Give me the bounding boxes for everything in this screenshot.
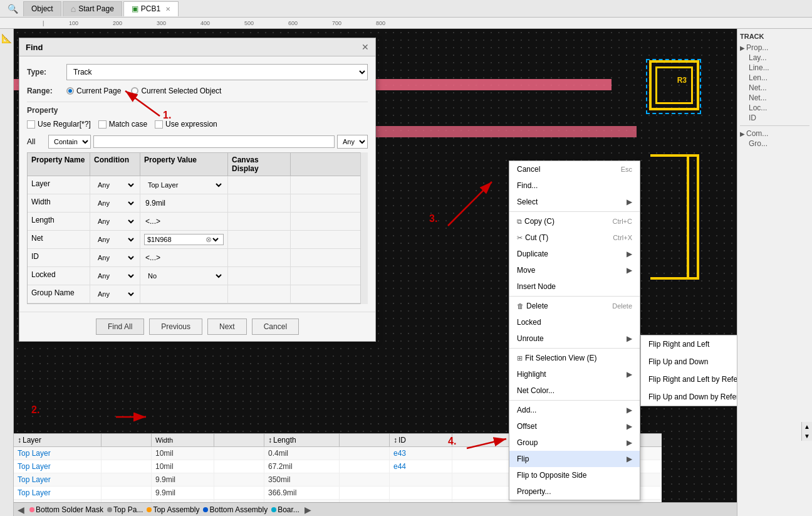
len-item[interactable]: Len... [740, 73, 809, 83]
ctx-add[interactable]: Add... ▶ [509, 402, 640, 418]
use-regular-check[interactable]: Use Regular[*?] [27, 120, 91, 129]
flip-ud-label: Flip Up and Down [648, 357, 708, 366]
tab-start-page-label: Start Page [78, 4, 114, 13]
ctx-insert-node[interactable]: Insert Node [509, 278, 640, 295]
range-current-selected[interactable]: Current Selected Object [131, 87, 221, 95]
layer-bottom-assembly[interactable]: Bottom Assembly [203, 505, 268, 514]
tab-pcb1[interactable]: ▣ PCB1 ✕ [123, 1, 179, 16]
net-value: $1N968 [147, 236, 206, 243]
cond-select-width[interactable]: Any [94, 197, 136, 209]
ctx-copy[interactable]: ⧉Copy (C) Ctrl+C [509, 213, 640, 229]
ctx-locked[interactable]: Locked [509, 314, 640, 330]
ctx-cancel[interactable]: Cancel Esc [509, 161, 640, 177]
net1-item[interactable]: Net... [740, 83, 809, 93]
ctx-move[interactable]: Move ▶ [509, 262, 640, 278]
id-item[interactable]: ID [740, 113, 809, 123]
prop-val-net[interactable]: $1N968 ⊗ [140, 231, 228, 248]
prop-item[interactable]: Prop... [746, 43, 768, 53]
flip-right-left[interactable]: Flip Right and Left X [641, 335, 737, 353]
tab-start-page[interactable]: ⌂ Start Page [63, 1, 122, 16]
find-all-btn[interactable]: Find All [96, 319, 144, 335]
filter-input[interactable] [93, 135, 335, 148]
val-select-locked[interactable]: No [144, 270, 224, 282]
ctx-net-color[interactable]: Net Color... [509, 382, 640, 399]
panel-scroll-up[interactable]: ▲ [802, 422, 812, 431]
cancel-dialog-btn[interactable]: Cancel [252, 319, 299, 335]
cond-select-net[interactable]: Any [94, 234, 136, 245]
dialog-close-btn[interactable]: ✕ [362, 42, 369, 52]
ctx-flip-opposite[interactable]: Flip to Opposite Side [509, 467, 640, 483]
type-select[interactable]: Track [66, 64, 368, 80]
cond-select-locked[interactable]: Any [94, 270, 136, 282]
any-select[interactable]: Any [337, 135, 368, 149]
previous-btn[interactable]: Previous [149, 319, 202, 335]
ctx-select[interactable]: Select ▶ [509, 194, 640, 210]
prop-expand[interactable]: ▶ [740, 45, 745, 51]
layer-bottom-solder-mask[interactable]: Bottom Solder Mask [29, 505, 103, 514]
cond-select-id[interactable]: Any [94, 252, 136, 263]
comp-expand[interactable]: ▶ [740, 130, 745, 137]
ctx-group[interactable]: Group ▶ [509, 434, 640, 451]
cond-select-layer[interactable]: Any [94, 179, 136, 191]
contain-select[interactable]: Contain [48, 135, 91, 149]
ruler-icon[interactable]: 📐 [1, 31, 12, 45]
prop-cond-group[interactable]: Any [90, 285, 140, 303]
loc-item[interactable]: Loc... [740, 103, 809, 113]
cond-select-group[interactable]: Any [94, 288, 136, 300]
val-input-width[interactable] [144, 197, 224, 209]
ctx-flip[interactable]: Flip ▶ [509, 451, 640, 467]
dialog-table-scrollbar[interactable] [360, 152, 368, 304]
tab-object[interactable]: Object [23, 1, 61, 16]
net2-item[interactable]: Net... [740, 93, 809, 103]
val-input-id[interactable] [144, 252, 224, 263]
ctx-delete[interactable]: 🗑Delete Delete [509, 298, 640, 314]
ctx-offset[interactable]: Offset ▶ [509, 418, 640, 434]
prop-val-width[interactable] [140, 194, 228, 212]
gro-item[interactable]: Gro... [740, 139, 809, 149]
next-btn[interactable]: Next [207, 319, 247, 335]
result-empty2-4 [214, 487, 264, 499]
prop-cond-locked[interactable]: Any [90, 267, 140, 285]
comp-item[interactable]: Com... [746, 129, 768, 139]
search-icon[interactable]: 🔍 [3, 1, 23, 16]
ctx-highlight[interactable]: Highlight ▶ [509, 366, 640, 382]
cond-select-length[interactable]: Any [94, 216, 136, 227]
flip-ud-reference[interactable]: Flip Up and Down by Referenc... [641, 388, 737, 406]
layer-board[interactable]: Boar... [271, 505, 299, 514]
prop-val-locked[interactable]: No [140, 267, 228, 285]
prop-cond-id[interactable]: Any [90, 249, 140, 266]
layer-scroll-right[interactable]: ▶ [303, 505, 313, 515]
flip-rl-reference[interactable]: Flip Right and Left by Referenc... [641, 371, 737, 388]
prop-cond-layer[interactable]: Any [90, 176, 140, 194]
ctx-find[interactable]: Find... [509, 177, 640, 194]
match-case-check[interactable]: Match case [98, 120, 147, 129]
tab-pcb1-close[interactable]: ✕ [165, 6, 170, 13]
ctx-duplicate[interactable]: Duplicate ▶ [509, 246, 640, 262]
ctx-property[interactable]: Property... [509, 483, 640, 500]
flip-up-down[interactable]: Flip Up and Down Y [641, 353, 737, 371]
val-select-layer[interactable]: Top Layer [144, 179, 224, 191]
panel-scroll-down[interactable]: ▼ [802, 431, 812, 441]
line-item[interactable]: Line... [740, 63, 809, 73]
layer-top-pa[interactable]: Top Pa... [107, 505, 143, 514]
ctx-unroute[interactable]: Unroute ▶ [509, 330, 640, 347]
prop-cond-length[interactable]: Any [90, 213, 140, 230]
range-current-page[interactable]: Current Page [66, 87, 121, 95]
prop-val-layer[interactable]: Top Layer [140, 176, 228, 194]
ctx-cut[interactable]: ✂Cut (T) Ctrl+X [509, 229, 640, 246]
prop-val-id[interactable] [140, 249, 228, 266]
val-input-group[interactable] [144, 288, 224, 300]
layer-top-assembly[interactable]: Top Assembly [147, 505, 199, 514]
net-clear-btn[interactable]: ⊗ [206, 235, 212, 244]
prop-cond-width[interactable]: Any [90, 194, 140, 212]
prop-cond-net[interactable]: Any [90, 231, 140, 248]
use-expression-check[interactable]: Use expression [155, 120, 217, 129]
ctx-fit-selection[interactable]: ⊞Fit Selection View (E) [509, 350, 640, 366]
val-input-length[interactable] [144, 216, 224, 227]
prop-val-length[interactable] [140, 213, 228, 230]
net-dropdown[interactable] [212, 235, 221, 244]
prop-val-group[interactable] [140, 285, 228, 303]
lay-item[interactable]: Lay... [740, 53, 809, 63]
sort-icon-1: ↕ [18, 436, 21, 445]
layer-scroll-left[interactable]: ◀ [16, 505, 26, 515]
